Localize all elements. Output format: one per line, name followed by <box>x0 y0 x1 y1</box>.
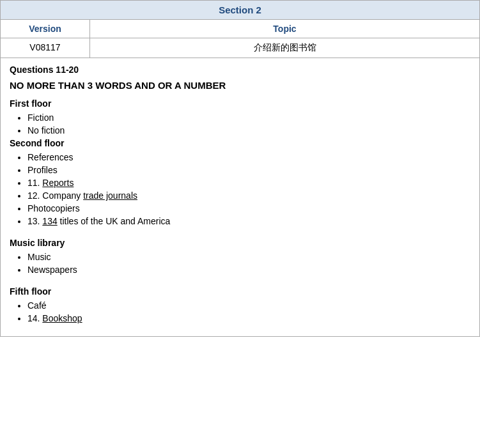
music-library-heading: Music library <box>10 238 470 248</box>
music-library-list: Music Newspapers <box>10 252 470 275</box>
list-item: Newspapers <box>27 265 470 275</box>
list-item: Profiles <box>27 165 470 175</box>
answer-11: Reports <box>42 178 74 188</box>
section-title: Section 2 <box>1 1 479 20</box>
instruction-text: NO MORE THAN 3 WORDS AND OR A NUMBER <box>10 80 470 91</box>
list-item: References <box>27 152 470 162</box>
table-data-row: V08117 介绍新的图书馆 <box>1 38 479 58</box>
version-value: V08117 <box>1 38 90 58</box>
list-item: Photocopiers <box>27 203 470 213</box>
answer-12: trade journals <box>83 190 137 201</box>
first-floor-heading: First floor <box>10 98 470 109</box>
content-area: Questions 11-20 NO MORE THAN 3 WORDS AND… <box>1 58 479 336</box>
first-floor-list: Fiction No fiction <box>10 112 470 135</box>
second-floor-list: References Profiles 11. Reports 12. Comp… <box>10 152 470 226</box>
list-item: 12. Company trade journals <box>27 190 470 201</box>
topic-header: Topic <box>90 20 479 38</box>
second-floor-heading: Second floor <box>10 138 470 148</box>
answer-14: Bookshop <box>42 313 82 323</box>
list-item: Café <box>27 300 470 311</box>
list-item: No fiction <box>27 125 470 135</box>
main-container: Section 2 Version Topic V08117 介绍新的图书馆 Q… <box>0 0 480 337</box>
version-header: Version <box>1 20 90 38</box>
topic-value: 介绍新的图书馆 <box>90 38 479 58</box>
questions-label: Questions 11-20 <box>10 65 470 75</box>
table-header-row: Version Topic <box>1 20 479 38</box>
list-item: Fiction <box>27 112 470 123</box>
answer-13: 134 <box>42 216 57 226</box>
list-item: 14. Bookshop <box>27 313 470 323</box>
list-item: 11. Reports <box>27 178 470 188</box>
fifth-floor-list: Café 14. Bookshop <box>10 300 470 323</box>
fifth-floor-heading: Fifth floor <box>10 286 470 297</box>
list-item: 13. 134 titles of the UK and America <box>27 216 470 226</box>
list-item: Music <box>27 252 470 262</box>
